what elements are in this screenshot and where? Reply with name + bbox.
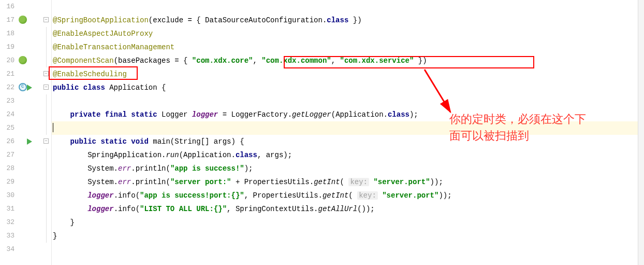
- keyword-token: class: [327, 16, 348, 24]
- static-call-token: getAllUrl: [318, 205, 358, 213]
- run-gutter-icon[interactable]: [27, 138, 32, 145]
- code-line[interactable]: logger.info("app is success!port:{}", Pr…: [52, 189, 644, 202]
- code-line[interactable]: System.err.println("app is success!");: [52, 162, 644, 175]
- code-text: ());: [357, 205, 375, 213]
- string-token: "com.xdx.common": [261, 57, 331, 65]
- code-text: .println(: [131, 164, 170, 173]
- code-line[interactable]: @EnableAspectJAutoProxy: [52, 27, 644, 40]
- code-line[interactable]: [52, 243, 644, 256]
- code-line[interactable]: System.err.println("server port:" + Prop…: [52, 175, 644, 189]
- code-text: [53, 191, 87, 200]
- code-text: , args);: [257, 151, 292, 159]
- annotation-token: @SpringBootApplication: [53, 16, 149, 24]
- code-text: ,: [253, 57, 261, 65]
- code-text: }): [348, 16, 361, 24]
- field-token: logger: [87, 205, 113, 213]
- static-call-token: run: [166, 151, 179, 159]
- static-call-token: getInt: [323, 191, 348, 200]
- code-text: [53, 205, 87, 213]
- keyword-token: public static void: [70, 137, 153, 146]
- code-text: System.: [53, 164, 118, 173]
- code-line[interactable]: SpringApplication.run(Application.class,…: [52, 148, 644, 162]
- code-line[interactable]: [52, 94, 644, 108]
- annotation-token: @EnableScheduling: [53, 70, 127, 78]
- keyword-token: class: [388, 110, 409, 119]
- line-number-gutter: 16 17 18 19 20 21 22 23 24 25 26 27 28 2…: [0, 0, 18, 265]
- line-number: 20: [0, 54, 14, 67]
- code-line[interactable]: @EnableTransactionManagement: [52, 40, 644, 54]
- string-token: "server.port": [373, 178, 430, 186]
- line-number: 33: [0, 229, 14, 243]
- field-token: logger: [87, 191, 113, 200]
- line-number: 28: [0, 162, 14, 175]
- line-number: 17: [0, 13, 14, 27]
- code-line[interactable]: @SpringBootApplication(exclude = { DataS…: [52, 13, 644, 27]
- line-number: 18: [0, 27, 14, 40]
- line-number: 30: [0, 189, 14, 202]
- line-number: 34: [0, 243, 14, 256]
- code-line[interactable]: }: [52, 229, 644, 243]
- field-token: err: [118, 164, 131, 173]
- string-token: "com.xdx.core": [192, 57, 253, 65]
- fold-toggle-icon[interactable]: −: [43, 17, 49, 22]
- code-line[interactable]: @ComponentScan(basePackages = { "com.xdx…: [52, 54, 644, 67]
- fold-toggle-icon[interactable]: −: [43, 85, 49, 90]
- vertical-scrollbar[interactable]: [638, 0, 644, 265]
- line-number: 25: [0, 121, 14, 135]
- code-text: .info(: [114, 191, 140, 200]
- keyword-token: class: [236, 151, 257, 159]
- code-text: [53, 124, 71, 132]
- line-number: 19: [0, 40, 14, 54]
- annotation-comment: 你的定时类，必须在这个下 面可以被扫描到: [449, 111, 636, 144]
- annotation-token: @EnableAspectJAutoProxy: [53, 30, 153, 38]
- code-text: .info(: [114, 205, 140, 213]
- code-text: [53, 110, 70, 119]
- line-number: 21: [0, 67, 14, 81]
- spring-bean-icon[interactable]: [19, 16, 28, 25]
- string-token: "LIST TO ALL URL:{}": [140, 205, 227, 213]
- code-text: SpringApplication.: [53, 151, 166, 159]
- line-number: 32: [0, 216, 14, 229]
- code-text: );: [244, 164, 253, 173]
- code-text: }): [414, 57, 427, 65]
- text-caret: [53, 123, 53, 132]
- fold-toggle-icon[interactable]: −: [43, 138, 49, 144]
- code-text: }: [53, 218, 75, 227]
- code-line[interactable]: public class Application {: [52, 81, 644, 94]
- fold-column: − − − −: [42, 0, 52, 265]
- code-text: System.: [53, 178, 118, 186]
- code-text: + PropertiesUtils.: [231, 178, 314, 186]
- code-text: [378, 191, 382, 200]
- code-text: Application {: [109, 83, 166, 92]
- code-text: = LoggerFactory.: [218, 110, 292, 119]
- code-text: (basePackages = {: [114, 57, 192, 65]
- code-text: (: [348, 191, 357, 200]
- gutter-icon-column: [18, 0, 42, 265]
- line-number: 31: [0, 202, 14, 216]
- code-text: .println(: [131, 178, 170, 186]
- code-text: , SpringContextUtils.: [227, 205, 318, 213]
- line-number: 27: [0, 148, 14, 162]
- line-number: 29: [0, 175, 14, 189]
- code-text: [53, 137, 70, 146]
- code-line[interactable]: @EnableScheduling: [52, 67, 644, 81]
- code-line[interactable]: [52, 0, 644, 13]
- parameter-hint: key:: [357, 191, 378, 200]
- line-number: 24: [0, 108, 14, 121]
- code-text: ));: [438, 191, 451, 200]
- code-text: , PropertiesUtils.: [244, 191, 323, 200]
- annotation-token: @EnableTransactionManagement: [53, 43, 174, 51]
- code-text: (Application.: [179, 151, 236, 159]
- code-line[interactable]: }: [52, 216, 644, 229]
- spring-bean-icon[interactable]: [19, 56, 28, 65]
- code-text: }: [53, 232, 57, 240]
- fold-toggle-icon[interactable]: −: [43, 71, 49, 76]
- line-number: 23: [0, 94, 14, 108]
- code-line[interactable]: logger.info("LIST TO ALL URL:{}", Spring…: [52, 202, 644, 216]
- run-gutter-icon[interactable]: [27, 85, 32, 91]
- code-text: (: [340, 178, 349, 186]
- parameter-hint: key:: [348, 178, 369, 186]
- line-number: 26: [0, 135, 14, 148]
- field-token: err: [118, 178, 131, 186]
- code-text: (exclude = { DataSourceAutoConfiguration…: [149, 16, 327, 24]
